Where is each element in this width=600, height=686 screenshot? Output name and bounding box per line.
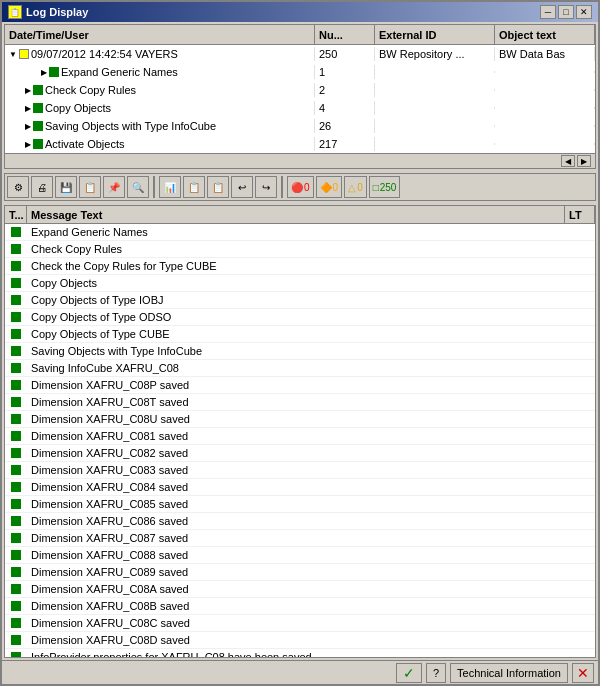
- log-row[interactable]: Dimension XAFRU_C082 saved: [5, 445, 595, 462]
- log-row[interactable]: Dimension XAFRU_C08T saved: [5, 394, 595, 411]
- expand-icon[interactable]: ▶: [25, 140, 31, 149]
- log-panel: T... Message Text LT Expand Generic Name…: [4, 205, 596, 658]
- toolbar-print-btn[interactable]: 🖨: [31, 176, 53, 198]
- log-row[interactable]: Check Copy Rules: [5, 241, 595, 258]
- log-lt-cell: [565, 435, 595, 437]
- log-row[interactable]: Dimension XAFRU_C08P saved: [5, 377, 595, 394]
- toolbar-undo-btn[interactable]: ↩: [231, 176, 253, 198]
- log-row[interactable]: Dimension XAFRU_C08U saved: [5, 411, 595, 428]
- log-row[interactable]: Saving InfoCube XAFRU_C08: [5, 360, 595, 377]
- log-row[interactable]: InfoProvider properties for XAFRU_C08 ha…: [5, 649, 595, 657]
- tree-col-num: Nu...: [315, 25, 375, 44]
- log-message-text: Dimension XAFRU_C089 saved: [27, 565, 565, 579]
- info-icon: △: [348, 182, 356, 193]
- log-row[interactable]: Check the Copy Rules for Type CUBE: [5, 258, 595, 275]
- toolbar-pin-btn[interactable]: 📌: [103, 176, 125, 198]
- toolbar-export-btn[interactable]: 📊: [159, 176, 181, 198]
- status-warnings: 🔶 0: [316, 176, 343, 198]
- log-row[interactable]: Dimension XAFRU_C087 saved: [5, 530, 595, 547]
- ok-button[interactable]: ✓: [396, 663, 422, 683]
- log-row[interactable]: Dimension XAFRU_C089 saved: [5, 564, 595, 581]
- tree-row[interactable]: ▶ Check Copy Rules 2: [5, 81, 595, 99]
- tree-row-objtext: [495, 125, 595, 127]
- log-row[interactable]: Expand Generic Names: [5, 224, 595, 241]
- tree-col-date: Date/Time/User: [5, 25, 315, 44]
- log-row[interactable]: Copy Objects: [5, 275, 595, 292]
- log-type-icon: [5, 311, 27, 323]
- log-row[interactable]: Saving Objects with Type InfoCube: [5, 343, 595, 360]
- tree-row-objtext: [495, 107, 595, 109]
- log-row[interactable]: Dimension XAFRU_C083 saved: [5, 462, 595, 479]
- log-row[interactable]: Dimension XAFRU_C081 saved: [5, 428, 595, 445]
- tree-row[interactable]: ▶ Expand Generic Names 1: [5, 63, 595, 81]
- log-row[interactable]: Dimension XAFRU_C085 saved: [5, 496, 595, 513]
- log-type-icon: [5, 413, 27, 425]
- maximize-button[interactable]: □: [558, 5, 574, 19]
- log-lt-cell: [565, 299, 595, 301]
- tree-row[interactable]: ▼ 09/07/2012 14:42:54 VAYERS 250 BW Repo…: [5, 45, 595, 63]
- log-type-icon: [5, 481, 27, 493]
- log-message-text: Dimension XAFRU_C087 saved: [27, 531, 565, 545]
- expand-icon[interactable]: ▶: [41, 68, 47, 77]
- scroll-right-icon[interactable]: ▶: [577, 155, 591, 167]
- log-message-text: Dimension XAFRU_C086 saved: [27, 514, 565, 528]
- log-lt-cell: [565, 571, 595, 573]
- scroll-left-icon[interactable]: ◀: [561, 155, 575, 167]
- log-row[interactable]: Dimension XAFRU_C08C saved: [5, 615, 595, 632]
- log-message-text: Copy Objects: [27, 276, 565, 290]
- close-button[interactable]: ✕: [576, 5, 592, 19]
- log-row[interactable]: Dimension XAFRU_C08A saved: [5, 581, 595, 598]
- expand-icon[interactable]: ▶: [25, 122, 31, 131]
- log-row[interactable]: Dimension XAFRU_C088 saved: [5, 547, 595, 564]
- toolbar-paste-btn[interactable]: 📋: [207, 176, 229, 198]
- log-lt-cell: [565, 622, 595, 624]
- log-type-icon: [5, 362, 27, 374]
- log-type-icon: [5, 430, 27, 442]
- tree-row-objtext: [495, 143, 595, 145]
- tree-row-label: 09/07/2012 14:42:54 VAYERS: [31, 48, 178, 60]
- tree-row-label: Expand Generic Names: [61, 66, 178, 78]
- log-type-icon: [5, 260, 27, 272]
- toolbar-save-btn[interactable]: 💾: [55, 176, 77, 198]
- status-icon-green: [33, 139, 43, 149]
- expand-icon[interactable]: ▶: [25, 104, 31, 113]
- tree-row[interactable]: ▶ Copy Objects 4: [5, 99, 595, 117]
- log-message-text: Dimension XAFRU_C088 saved: [27, 548, 565, 562]
- log-row[interactable]: Copy Objects of Type ODSO: [5, 309, 595, 326]
- toolbar-redo-btn[interactable]: ↪: [255, 176, 277, 198]
- tree-row-num: 250: [315, 47, 375, 61]
- close-footer-button[interactable]: ✕: [572, 663, 594, 683]
- expand-icon[interactable]: ▶: [25, 86, 31, 95]
- log-type-icon: [5, 583, 27, 595]
- log-type-icon: [5, 651, 27, 657]
- log-row[interactable]: Copy Objects of Type CUBE: [5, 326, 595, 343]
- status-icon-green: [33, 121, 43, 131]
- log-col-lt: LT: [565, 206, 595, 223]
- log-message-text: Dimension XAFRU_C085 saved: [27, 497, 565, 511]
- tree-row[interactable]: ▶ Activate Objects 217: [5, 135, 595, 153]
- log-row[interactable]: Dimension XAFRU_C08D saved: [5, 632, 595, 649]
- help-button[interactable]: ?: [426, 663, 446, 683]
- toolbar-filter-btn[interactable]: 🔍: [127, 176, 149, 198]
- technical-info-button[interactable]: Technical Information: [450, 663, 568, 683]
- log-row[interactable]: Copy Objects of Type IOBJ: [5, 292, 595, 309]
- log-row[interactable]: Dimension XAFRU_C084 saved: [5, 479, 595, 496]
- log-lt-cell: [565, 367, 595, 369]
- minimize-button[interactable]: ─: [540, 5, 556, 19]
- tree-row-extid: BW Repository ...: [375, 47, 495, 61]
- toolbar-copy-btn[interactable]: 📋: [183, 176, 205, 198]
- toolbar-clipboard-btn[interactable]: 📋: [79, 176, 101, 198]
- tree-row-num: 1: [315, 65, 375, 79]
- log-row[interactable]: Dimension XAFRU_C08B saved: [5, 598, 595, 615]
- log-message-text: Check Copy Rules: [27, 242, 565, 256]
- expand-icon[interactable]: ▼: [9, 50, 17, 59]
- toolbar-settings-btn[interactable]: ⚙: [7, 176, 29, 198]
- tree-row-label: Check Copy Rules: [45, 84, 136, 96]
- log-row[interactable]: Dimension XAFRU_C086 saved: [5, 513, 595, 530]
- log-type-icon: [5, 566, 27, 578]
- technical-info-label: Technical Information: [457, 667, 561, 679]
- tree-row[interactable]: ▶ Saving Objects with Type InfoCube 26: [5, 117, 595, 135]
- tree-row-num: 2: [315, 83, 375, 97]
- scroll-left-btn[interactable]: ◀ ▶: [561, 155, 591, 167]
- log-type-icon: [5, 549, 27, 561]
